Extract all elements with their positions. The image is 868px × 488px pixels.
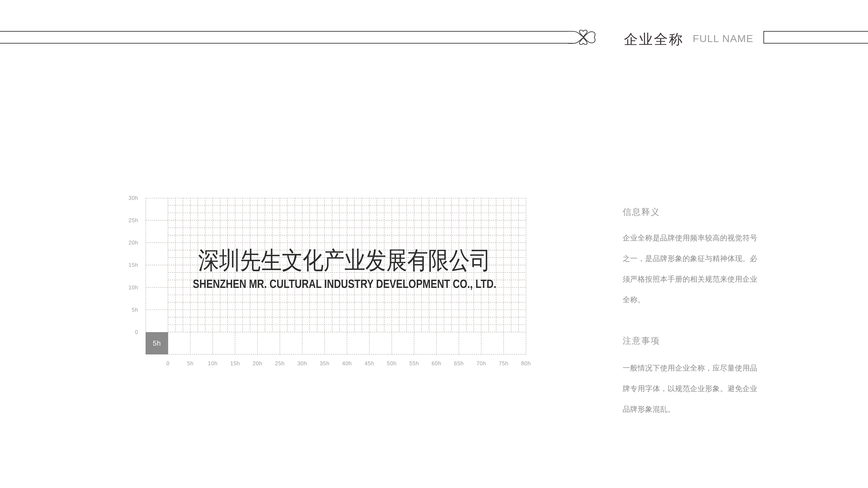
company-name-cn: 深圳先生文化产业发展有限公司 bbox=[128, 248, 561, 273]
measurement-grid bbox=[146, 198, 526, 355]
x-tick-label: 65h bbox=[446, 360, 472, 367]
y-tick-label: 5h bbox=[104, 306, 138, 313]
x-tick-label: 35h bbox=[312, 360, 338, 367]
x-tick-label: 60h bbox=[424, 360, 450, 367]
y-tick-label: 30h bbox=[104, 195, 138, 201]
y-tick-label: 20h bbox=[104, 239, 138, 246]
section-heading-info: 信息释义 bbox=[623, 206, 660, 218]
clover-knot-icon bbox=[558, 27, 601, 49]
paragraph-line: 须严格按照本手册的相关规范来使用企业 bbox=[623, 269, 770, 289]
grid-unit-swatch: 5h bbox=[146, 332, 168, 354]
x-tick-label: 80h bbox=[513, 360, 539, 367]
section-body-info: 企业全称是品牌使用频率较高的视觉符号之一，是品牌形象的象征与精神体现。必须严格按… bbox=[623, 228, 770, 310]
x-tick-label: 0 bbox=[155, 360, 181, 367]
y-tick-label: 0 bbox=[104, 329, 138, 335]
header-right-rect bbox=[764, 31, 868, 43]
x-tick-label: 50h bbox=[379, 360, 405, 367]
paragraph-line: 一般情况下使用企业全称，应尽量使用品 bbox=[623, 358, 770, 378]
brand-manual-page: 企业全称 FULL NAME 深圳先生文化产业发展有限公司 SHENZHEN M… bbox=[0, 0, 868, 488]
y-tick-label: 10h bbox=[104, 284, 138, 291]
header-left-ribbon bbox=[0, 31, 573, 43]
y-tick-label: 15h bbox=[104, 262, 138, 268]
x-tick-label: 30h bbox=[289, 360, 315, 367]
section-heading-notes: 注意事项 bbox=[623, 335, 660, 347]
page-title-en: FULL NAME bbox=[693, 33, 753, 44]
paragraph-line: 全称。 bbox=[623, 289, 770, 310]
grid-unit-label: 5h bbox=[153, 339, 161, 347]
x-tick-label: 70h bbox=[468, 360, 494, 367]
x-tick-label: 75h bbox=[491, 360, 517, 367]
x-tick-label: 45h bbox=[356, 360, 382, 367]
paragraph-line: 企业全称是品牌使用频率较高的视觉符号 bbox=[623, 228, 770, 248]
x-tick-label: 5h bbox=[177, 360, 203, 367]
x-tick-label: 40h bbox=[334, 360, 360, 367]
x-tick-label: 10h bbox=[199, 360, 226, 367]
x-tick-label: 55h bbox=[401, 360, 427, 367]
paragraph-line: 牌专用字体，以规范企业形象。避免企业 bbox=[623, 378, 770, 399]
page-title: 企业全称 bbox=[624, 30, 684, 49]
y-tick-label: 25h bbox=[104, 217, 138, 224]
x-tick-label: 15h bbox=[222, 360, 248, 367]
company-name-en: SHENZHEN MR. CULTURAL INDUSTRY DEVELOPME… bbox=[128, 278, 561, 290]
paragraph-line: 之一，是品牌形象的象征与精神体现。必 bbox=[623, 248, 770, 269]
paragraph-line: 品牌形象混乱。 bbox=[623, 399, 770, 420]
x-tick-label: 20h bbox=[245, 360, 271, 367]
x-tick-label: 25h bbox=[267, 360, 293, 367]
section-body-notes: 一般情况下使用企业全称，应尽量使用品牌专用字体，以规范企业形象。避免企业品牌形象… bbox=[623, 358, 770, 420]
